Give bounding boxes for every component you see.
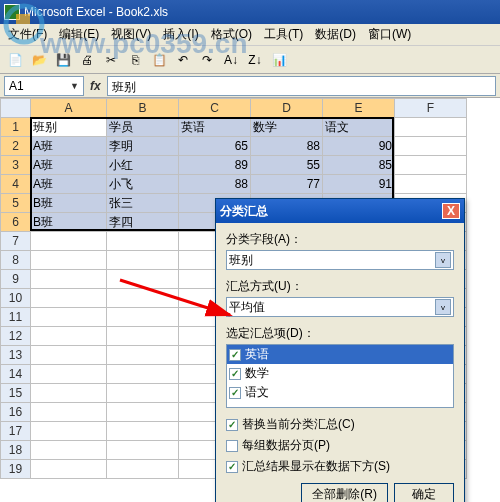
cell[interactable] [31,346,107,365]
cell[interactable] [107,270,179,289]
cell[interactable]: 65 [179,137,251,156]
menu-edit[interactable]: 编辑(E) [53,24,105,45]
row-header[interactable]: 16 [1,403,31,422]
select-all-corner[interactable] [1,99,31,118]
cell[interactable]: A班 [31,175,107,194]
option-pagebreak[interactable]: 每组数据分页(P) [226,437,454,454]
menu-data[interactable]: 数据(D) [309,24,362,45]
cell[interactable] [107,365,179,384]
checkbox-icon[interactable]: ✓ [229,368,241,380]
copy-icon[interactable]: ⎘ [124,49,146,71]
cell[interactable]: B班 [31,194,107,213]
cell[interactable] [107,327,179,346]
sort-desc-icon[interactable]: Z↓ [244,49,266,71]
print-icon[interactable]: 🖨 [76,49,98,71]
undo-icon[interactable]: ↶ [172,49,194,71]
cell[interactable]: 55 [251,156,323,175]
cell[interactable] [395,156,467,175]
dialog-titlebar[interactable]: 分类汇总 X [216,199,464,223]
cell[interactable]: 小红 [107,156,179,175]
new-icon[interactable]: 📄 [4,49,26,71]
row-header[interactable]: 12 [1,327,31,346]
cell[interactable]: 85 [323,156,395,175]
method-select[interactable]: 平均值 v [226,297,454,317]
remove-all-button[interactable]: 全部删除(R) [301,483,388,502]
option-below[interactable]: ✓ 汇总结果显示在数据下方(S) [226,458,454,475]
chevron-down-icon[interactable]: ▼ [70,81,79,91]
cell[interactable]: 班别 [31,118,107,137]
cell[interactable]: 88 [179,175,251,194]
cell[interactable]: 张三 [107,194,179,213]
cell[interactable]: 学员 [107,118,179,137]
row-header[interactable]: 3 [1,156,31,175]
row-header[interactable]: 18 [1,441,31,460]
cell[interactable] [31,308,107,327]
col-header-d[interactable]: D [251,99,323,118]
menu-tools[interactable]: 工具(T) [258,24,309,45]
col-header-e[interactable]: E [323,99,395,118]
cell[interactable] [31,251,107,270]
field-select[interactable]: 班别 v [226,250,454,270]
menu-insert[interactable]: 插入(I) [157,24,204,45]
checkbox-icon[interactable]: ✓ [229,349,241,361]
menu-view[interactable]: 视图(V) [105,24,157,45]
row-header[interactable]: 9 [1,270,31,289]
cell[interactable]: 数学 [251,118,323,137]
row-header[interactable]: 7 [1,232,31,251]
cell[interactable] [395,118,467,137]
cell[interactable] [31,232,107,251]
menu-file[interactable]: 文件(F) [2,24,53,45]
cell[interactable]: 77 [251,175,323,194]
menu-window[interactable]: 窗口(W) [362,24,417,45]
row-header[interactable]: 19 [1,460,31,479]
col-header-c[interactable]: C [179,99,251,118]
menu-format[interactable]: 格式(O) [205,24,258,45]
checkbox-icon[interactable]: ✓ [229,387,241,399]
checkbox-icon[interactable]: ✓ [226,461,238,473]
cell[interactable] [31,327,107,346]
checkbox-icon[interactable] [226,440,238,452]
cell[interactable] [107,460,179,479]
cell[interactable]: A班 [31,137,107,156]
cell[interactable]: 李明 [107,137,179,156]
cell[interactable] [31,289,107,308]
list-item[interactable]: ✓ 数学 [227,364,453,383]
cell[interactable] [31,384,107,403]
row-header[interactable]: 13 [1,346,31,365]
cell[interactable] [395,175,467,194]
cell[interactable] [107,232,179,251]
cell[interactable] [107,289,179,308]
cell[interactable]: A班 [31,156,107,175]
list-item[interactable]: ✓ 语文 [227,383,453,402]
items-listbox[interactable]: ✓ 英语 ✓ 数学 ✓ 语文 [226,344,454,408]
cell[interactable]: 英语 [179,118,251,137]
cell[interactable]: 91 [323,175,395,194]
row-header[interactable]: 15 [1,384,31,403]
cell[interactable]: 90 [323,137,395,156]
row-header[interactable]: 17 [1,422,31,441]
cell[interactable] [107,403,179,422]
row-header[interactable]: 1 [1,118,31,137]
row-header[interactable]: 5 [1,194,31,213]
cell[interactable]: 89 [179,156,251,175]
cell[interactable] [395,137,467,156]
cell[interactable] [107,308,179,327]
chevron-down-icon[interactable]: v [435,252,451,268]
cell[interactable] [31,403,107,422]
cell[interactable]: 李四 [107,213,179,232]
row-header[interactable]: 8 [1,251,31,270]
col-header-f[interactable]: F [395,99,467,118]
row-header[interactable]: 2 [1,137,31,156]
chart-icon[interactable]: 📊 [268,49,290,71]
cell[interactable]: 88 [251,137,323,156]
cell[interactable] [107,441,179,460]
cell[interactable] [107,422,179,441]
cell[interactable]: 语文 [323,118,395,137]
row-header[interactable]: 4 [1,175,31,194]
cell[interactable] [31,441,107,460]
col-header-b[interactable]: B [107,99,179,118]
cell[interactable] [31,270,107,289]
row-header[interactable]: 14 [1,365,31,384]
redo-icon[interactable]: ↷ [196,49,218,71]
cell[interactable] [31,365,107,384]
